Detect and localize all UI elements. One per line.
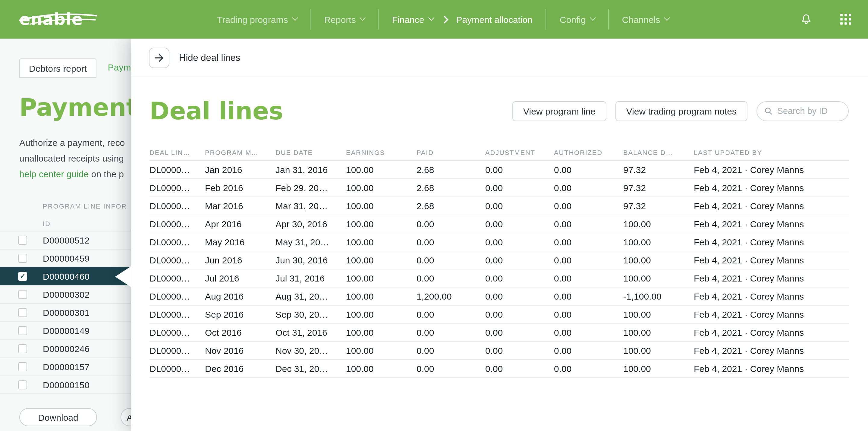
deal-cell: Feb 4, 2021 · Corey Manns [694, 327, 849, 338]
nav-item-trading-programs[interactable]: Trading programs [217, 14, 297, 24]
deal-cell: Apr 30, 2016 [276, 219, 346, 229]
deal-table-header: DEAL LIN…PROGRAM M…DUE DATEEARNINGSPAIDA… [150, 147, 849, 161]
row-checkbox-checked[interactable]: ✓ [18, 272, 27, 281]
deal-row[interactable]: DL0000…Aug 2016Aug 31, 20…100.001,200.00… [150, 287, 849, 306]
deal-cell: 0.00 [554, 164, 623, 175]
deal-row[interactable]: DL0000…Mar 2016Mar 31, 20…100.002.680.00… [150, 197, 849, 215]
program-line-id: D00000302 [43, 289, 90, 300]
deal-row[interactable]: DL0000…May 2016May 31, 20…100.000.000.00… [150, 233, 849, 251]
nav-right-icons [800, 13, 851, 26]
deal-row[interactable]: DL0000…Sep 2016Sep 30, 20…100.000.000.00… [150, 306, 849, 324]
deal-cell: 100.00 [346, 291, 416, 301]
program-line-row[interactable]: D00000150 [0, 375, 145, 394]
deal-cell: 0.00 [416, 364, 485, 374]
program-line-id: D00000512 [43, 235, 90, 245]
deal-cell: 0.00 [416, 345, 485, 356]
deal-row[interactable]: DL0000…Oct 2016Oct 31, 2016100.000.000.0… [150, 324, 849, 342]
program-line-id: D00000246 [43, 344, 90, 354]
deal-cell: DL0000… [150, 255, 205, 265]
nav-item-finance[interactable]: Finance [392, 14, 433, 24]
help-center-link[interactable]: help center guide [19, 169, 89, 179]
program-line-row[interactable]: D00000149 [0, 321, 145, 339]
deal-row[interactable]: DL0000…Jun 2016Jun 30, 2016100.000.000.0… [150, 251, 849, 270]
program-line-row[interactable]: D00000302 [0, 285, 145, 303]
nav-item-channels[interactable]: Channels [622, 14, 670, 24]
column-header[interactable]: DEAL LIN… [150, 149, 205, 156]
deal-cell: 0.00 [485, 237, 554, 247]
column-header[interactable]: PAID [416, 149, 485, 156]
notifications-bell-icon[interactable] [800, 13, 812, 26]
nav-item-reports[interactable]: Reports [324, 14, 365, 24]
row-checkbox[interactable] [18, 326, 27, 335]
row-checkbox[interactable] [18, 236, 27, 245]
row-checkbox[interactable] [18, 362, 27, 371]
column-header[interactable]: DUE DATE [276, 149, 346, 156]
deal-cell: 0.00 [485, 201, 554, 211]
deal-cell: -1,100.00 [623, 291, 694, 301]
deal-cell: May 2016 [205, 237, 276, 247]
tab-debtors-report[interactable]: Debtors report [19, 59, 96, 78]
deal-cell: Feb 4, 2021 · Corey Manns [694, 183, 849, 193]
id-column-header[interactable]: ID [43, 220, 51, 227]
deal-row[interactable]: DL0000…Nov 2016Nov 30, 20…100.000.000.00… [150, 342, 849, 360]
deal-cell: 100.00 [623, 309, 694, 319]
nav-separator [608, 9, 609, 30]
nav-item-label: Reports [324, 14, 356, 24]
column-header[interactable]: ADJUSTMENT [485, 149, 554, 156]
enable-logo[interactable]: enable [19, 7, 96, 31]
deal-row[interactable]: DL0000…Jan 2016Jan 31, 2016100.002.680.0… [150, 161, 849, 179]
nav-item-config[interactable]: Config [560, 14, 595, 24]
deal-cell: Feb 4, 2021 · Corey Manns [694, 273, 849, 283]
program-line-row[interactable]: D00000246 [0, 339, 145, 358]
deal-row[interactable]: DL0000…Jul 2016Jul 31, 2016100.000.000.0… [150, 270, 849, 287]
row-checkbox[interactable] [18, 344, 27, 353]
deal-cell: DL0000… [150, 309, 205, 319]
row-checkbox[interactable] [18, 254, 27, 263]
search-icon [764, 106, 772, 116]
download-button[interactable]: Download [19, 408, 97, 426]
apps-grid-icon[interactable] [840, 14, 851, 25]
deal-cell: DL0000… [150, 273, 205, 283]
deal-cell: 100.00 [623, 219, 694, 229]
column-header[interactable]: EARNINGS [346, 149, 416, 156]
deal-row[interactable]: DL0000…Apr 2016Apr 30, 2016100.000.000.0… [150, 215, 849, 233]
content-area: Debtors report Paym Payment Authorize a … [0, 38, 868, 431]
deal-cell: Jul 31, 2016 [276, 273, 346, 283]
deal-cell: 100.00 [346, 201, 416, 211]
deal-cell: 0.00 [485, 164, 554, 175]
deal-cell: 0.00 [485, 219, 554, 229]
deal-cell: Feb 4, 2021 · Corey Manns [694, 255, 849, 265]
column-header[interactable]: PROGRAM M… [205, 149, 276, 156]
view-program-line-button[interactable]: View program line [513, 101, 607, 121]
deal-cell: Jun 30, 2016 [276, 255, 346, 265]
program-line-row[interactable]: D00000157 [0, 358, 145, 375]
program-line-row[interactable]: D00000301 [0, 303, 145, 321]
deal-lines-title-row: Deal lines View program line View tradin… [150, 98, 849, 124]
deal-cell: DL0000… [150, 291, 205, 301]
column-header[interactable]: LAST UPDATED BY [694, 149, 849, 156]
hide-deal-lines-button[interactable] [149, 47, 169, 68]
program-line-id: D00000157 [43, 362, 90, 372]
program-line-row[interactable]: D00000512 [0, 231, 145, 249]
search-input[interactable] [777, 106, 841, 116]
deal-cell: 0.00 [554, 273, 623, 283]
deal-cell: 0.00 [554, 291, 623, 301]
program-line-row[interactable]: D00000459 [0, 249, 145, 267]
column-header[interactable]: BALANCE D… [623, 149, 694, 156]
nav-item-payment-allocation[interactable]: Payment allocation [456, 14, 532, 24]
deal-row[interactable]: DL0000…Feb 2016Feb 29, 20…100.002.680.00… [150, 179, 849, 197]
deal-cell: 100.00 [623, 255, 694, 265]
deal-cell: 0.00 [485, 291, 554, 301]
tab-payment-allocation[interactable]: Paym [108, 58, 131, 78]
deal-row[interactable]: DL0000…Dec 2016Dec 31, 20…100.000.000.00… [150, 360, 849, 378]
deal-cell: 0.00 [554, 219, 623, 229]
deal-cell: 0.00 [416, 309, 485, 319]
row-checkbox[interactable] [18, 290, 27, 299]
column-header[interactable]: AUTHORIZED [554, 149, 623, 156]
row-checkbox[interactable] [18, 308, 27, 317]
view-trading-program-notes-button[interactable]: View trading program notes [615, 101, 747, 121]
deal-lines-title: Deal lines [150, 98, 283, 124]
deal-cell: Feb 4, 2021 · Corey Manns [694, 201, 849, 211]
row-checkbox[interactable] [18, 380, 27, 389]
search-box[interactable] [756, 101, 849, 121]
